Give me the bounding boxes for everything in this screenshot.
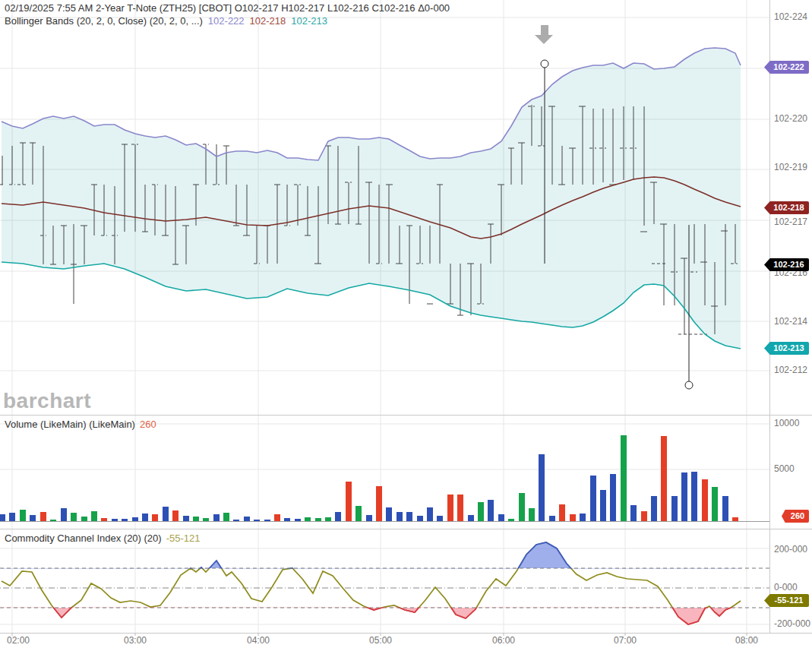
x-axis-label: 08:00: [730, 635, 763, 646]
cci-above-fill: [2, 542, 741, 624]
bollinger-middle-value: 102-218: [250, 15, 286, 27]
volume-value: 260: [140, 419, 156, 430]
y-axis-label-price: 102-217: [774, 216, 807, 227]
main-chart-svg[interactable]: [0, 0, 812, 651]
x-axis-label: 06:00: [487, 635, 520, 646]
bollinger-upper-badge: 102-222: [764, 61, 809, 74]
x-axis-label: 05:00: [364, 635, 397, 646]
y-axis-label-price: 102-214: [774, 316, 807, 327]
indicator-title: Bollinger Bands (20, 2, 0, Close) (20, 2…: [5, 14, 450, 27]
y-axis-label-price: 102-224: [774, 11, 807, 22]
bollinger-upper-value: 102-222: [208, 15, 245, 27]
volume-panel-header: Volume (LikeMain) (LikeMain)260: [5, 419, 156, 430]
volume-bars: [0, 435, 738, 521]
cci-value: -55-121: [166, 532, 201, 544]
cci-line-below: [2, 542, 741, 624]
y-axis-label-price: 102-212: [774, 365, 807, 375]
y-axis-label-price: 102-220: [774, 113, 807, 124]
barchart-logo: barchart: [3, 389, 91, 413]
y-axis-label-price: 102-219: [774, 162, 807, 172]
cci-value-badge: -55-121: [764, 594, 809, 607]
y-axis-label-volume: 10000: [774, 418, 799, 428]
bollinger-lower-value: 102-213: [291, 15, 327, 27]
x-axis-label: 07:00: [608, 635, 642, 646]
bollinger-middle-badge: 102-218: [764, 201, 809, 214]
last-price-badge: 102-216: [764, 258, 809, 271]
x-axis-label: 04:00: [242, 635, 275, 646]
chart-root: 02/19/2025 7:55 AM 2-Year T-Note (ZTH25)…: [0, 0, 812, 651]
y-axis-label-cci: 200-000: [774, 544, 807, 555]
y-axis-label-volume: 5000: [774, 463, 795, 474]
cci-line: [2, 542, 741, 624]
bollinger-fill: [2, 48, 741, 349]
bollinger-lower-badge: 102-213: [764, 342, 809, 355]
cci-label: Commodity Channel Index (20) (20): [5, 532, 162, 544]
volume-label: Volume (LikeMain) (LikeMain): [5, 419, 135, 430]
cci-panel-header: Commodity Channel Index (20) (20)-55-121: [5, 532, 200, 544]
cci-below-fill: [2, 542, 741, 624]
ohlc-title: 02/19/2025 7:55 AM 2-Year T-Note (ZTH25)…: [5, 2, 450, 14]
chart-header: 02/19/2025 7:55 AM 2-Year T-Note (ZTH25)…: [5, 2, 450, 27]
y-axis-label-cci: 0-000: [774, 582, 798, 593]
cci-line-above: [2, 542, 741, 624]
indicator-label: Bollinger Bands (20, 2, 0, Close) (20, 2…: [5, 15, 203, 27]
y-axis-label-cci: -200-000: [774, 618, 810, 629]
volume-value-badge: 260: [782, 510, 809, 523]
x-axis-label: 03:00: [118, 635, 152, 646]
down-arrow-icon: [535, 25, 553, 44]
x-axis-label: 02:00: [2, 635, 35, 646]
